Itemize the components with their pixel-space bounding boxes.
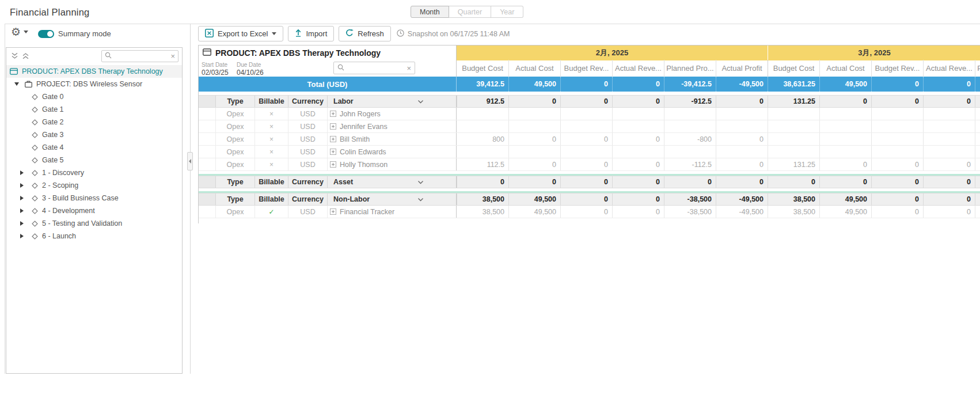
expander-expanded-icon[interactable] (14, 82, 25, 86)
value-cell[interactable]: 112.5 (457, 158, 508, 170)
value-cell[interactable] (923, 146, 975, 158)
clear-search-icon[interactable]: × (170, 52, 175, 60)
tree-item-3-build-business-case[interactable]: 3 - Build Business Case (6, 192, 182, 204)
chevron-down-icon[interactable] (417, 100, 424, 104)
value-cell[interactable] (923, 108, 975, 120)
type-cell[interactable]: Opex (216, 108, 255, 120)
section-value-cell[interactable]: 0 (819, 96, 871, 107)
value-cell[interactable]: 0 (560, 206, 612, 218)
value-cell[interactable] (819, 133, 871, 145)
tab-month[interactable]: Month (411, 6, 449, 18)
value-cell[interactable] (716, 146, 768, 158)
tree-item-5-testing-and-validation[interactable]: 5 - Testing and Validation (6, 217, 182, 230)
currency-cell[interactable]: USD (288, 206, 328, 218)
value-cell[interactable] (768, 146, 819, 158)
section-value-cell[interactable]: 0 (508, 176, 560, 188)
section-value-cell[interactable]: 131.25 (768, 96, 819, 107)
section-value-cell[interactable]: -912.5 (664, 96, 716, 107)
summary-mode-toggle[interactable] (38, 30, 54, 38)
total-value-cell[interactable]: 49,500 (508, 77, 560, 92)
section-value-cell[interactable]: 38,500 (768, 193, 819, 205)
value-cell[interactable] (457, 108, 508, 120)
clear-search-icon[interactable]: × (407, 64, 411, 72)
billable-cell[interactable]: × (255, 133, 288, 145)
expand-row-icon[interactable] (330, 149, 336, 155)
section-value-cell[interactable]: 0 (560, 96, 612, 107)
value-cell[interactable]: 0 (716, 133, 768, 145)
currency-cell[interactable]: USD (288, 158, 328, 170)
section-value-cell[interactable] (975, 96, 980, 107)
value-cell[interactable]: 0 (508, 133, 560, 145)
value-cell[interactable]: 0 (560, 158, 612, 170)
value-cell[interactable]: 0 (612, 206, 664, 218)
import-button[interactable]: Import (288, 26, 334, 41)
value-cell[interactable]: 0 (923, 206, 975, 218)
type-cell[interactable]: Opex (216, 146, 255, 158)
value-cell[interactable] (560, 120, 612, 132)
expand-row-icon[interactable] (330, 208, 336, 215)
total-value-cell[interactable]: 49,500 (819, 77, 871, 92)
value-cell[interactable]: 0 (871, 206, 923, 218)
expand-row-icon[interactable] (330, 136, 336, 142)
value-cell[interactable] (457, 146, 508, 158)
section-value-cell[interactable]: 0 (612, 193, 664, 205)
currency-cell[interactable]: USD (288, 146, 328, 158)
total-value-cell[interactable]: 39,412.5 (457, 77, 508, 92)
expand-all-icon[interactable] (22, 52, 29, 59)
value-cell[interactable] (664, 146, 716, 158)
collapse-panel-handle[interactable] (187, 152, 193, 170)
billable-cell[interactable]: × (255, 108, 288, 120)
tree-item-2-scoping[interactable]: 2 - Scoping (6, 179, 182, 192)
total-value-cell[interactable]: 0 (871, 77, 923, 92)
billable-cell[interactable]: ✓ (255, 206, 288, 218)
value-cell[interactable] (975, 133, 980, 145)
tree-item-gate-5[interactable]: Gate 5 (6, 154, 182, 166)
value-cell[interactable] (923, 133, 975, 145)
total-value-cell[interactable]: 0 (560, 77, 612, 92)
collapse-all-icon[interactable] (11, 52, 18, 59)
value-cell[interactable] (612, 120, 664, 132)
value-cell[interactable]: -112.5 (664, 158, 716, 170)
chevron-down-icon[interactable] (417, 180, 424, 184)
value-cell[interactable]: 0 (923, 158, 975, 170)
value-cell[interactable] (716, 108, 768, 120)
section-value-cell[interactable]: 0 (923, 193, 975, 205)
section-value-cell[interactable]: 0 (612, 176, 664, 188)
total-value-cell[interactable] (975, 77, 980, 92)
value-cell[interactable]: 49,500 (508, 206, 560, 218)
value-cell[interactable] (768, 120, 819, 132)
tree-item-6-launch[interactable]: 6 - Launch (6, 230, 182, 242)
value-cell[interactable] (612, 146, 664, 158)
value-cell[interactable] (508, 146, 560, 158)
value-cell[interactable] (560, 108, 612, 120)
value-cell[interactable] (975, 108, 980, 120)
panel-splitter[interactable] (190, 24, 191, 374)
section-value-cell[interactable]: 49,500 (819, 193, 871, 205)
value-cell[interactable]: 38,500 (457, 206, 508, 218)
section-value-cell[interactable] (975, 176, 980, 188)
section-value-cell[interactable]: 912.5 (457, 96, 508, 107)
section-value-cell[interactable]: 0 (923, 176, 975, 188)
type-cell[interactable]: Opex (216, 120, 255, 132)
value-cell[interactable] (819, 108, 871, 120)
total-value-cell[interactable]: 0 (612, 77, 664, 92)
section-value-cell[interactable]: 0 (871, 193, 923, 205)
tree-item-product-apex-dbs-therapy-technology[interactable]: PRODUCT: APEX DBS Therapy Technology (6, 65, 182, 78)
refresh-button[interactable]: Refresh (339, 26, 391, 41)
type-cell[interactable]: Opex (216, 158, 255, 170)
value-cell[interactable] (975, 206, 980, 218)
value-cell[interactable] (560, 146, 612, 158)
tree-item-1-discovery[interactable]: 1 - Discovery (6, 166, 182, 179)
tree-item-4-development[interactable]: 4 - Development (6, 204, 182, 217)
section-value-cell[interactable] (975, 193, 980, 205)
value-cell[interactable]: 800 (457, 133, 508, 145)
expander-collapsed-icon[interactable] (20, 183, 32, 188)
value-cell[interactable] (871, 108, 923, 120)
value-cell[interactable]: 38,500 (768, 206, 819, 218)
value-cell[interactable]: 0 (612, 133, 664, 145)
settings-menu-button[interactable]: ⚙ (11, 26, 28, 37)
total-value-cell[interactable]: 0 (923, 77, 975, 92)
value-cell[interactable] (819, 146, 871, 158)
billable-cell[interactable]: × (255, 146, 288, 158)
section-value-cell[interactable]: -38,500 (664, 193, 716, 205)
